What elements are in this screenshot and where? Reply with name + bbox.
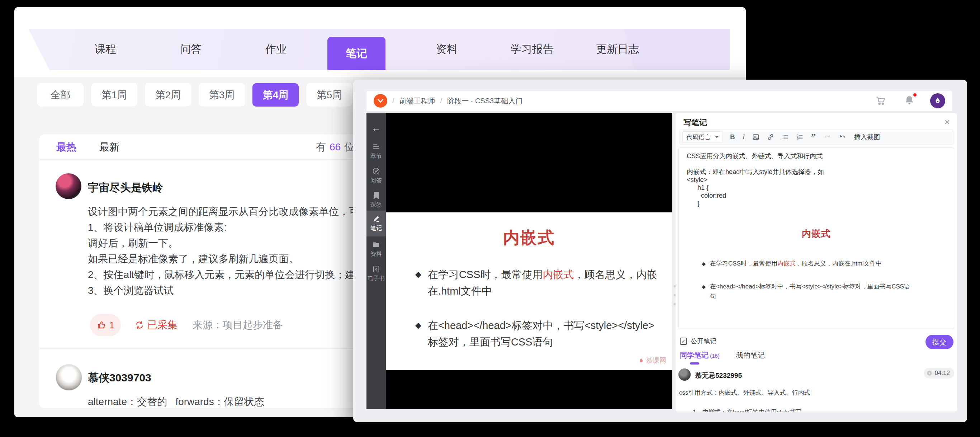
sidebar-item-notes[interactable]: 笔记 [366,211,386,236]
like-count: 1 [109,320,115,331]
notification-dot [913,93,916,97]
video-player[interactable]: 内嵌式 ◆ 在学习CSS时，最常使用内嵌式，顾名思义，内嵌在.html文件中 ◆… [386,113,672,409]
diamond-bullet-icon: ◆ [415,317,422,350]
course-nav-bar: 课程 问答 作业 笔记 资料 学习报告 更新日志 [28,29,730,70]
bookmark-icon [372,191,380,199]
sidebar-item-chapters[interactable]: 章节 [366,140,386,163]
slide-bullet-highlight: 内嵌式 [543,269,574,280]
user-avatar[interactable] [930,93,945,108]
player-top-bar: / 前端工程师 / 阶段一 · CSS3基础入门 [366,91,952,111]
slide-bullet-text: 在<head></head>标签对中，书写<style></style>标签对，… [428,317,659,350]
code-language-select[interactable]: 代码语言 [682,131,722,143]
note-actions-row: 1 已采集 来源：项目起步准备 [90,314,283,336]
player-sidebar: ← 章节 问答 课签 [366,113,386,409]
tab-my-notes[interactable]: 我的笔记 [736,351,765,360]
week-filter-5[interactable]: 第5周 [306,83,353,107]
tab-notes[interactable]: 笔记 [328,37,385,70]
italic-button[interactable]: I [743,133,745,141]
tab-course[interactable]: 课程 [72,29,140,70]
blockquote-icon[interactable]: ” [811,134,816,140]
notification-bell-icon[interactable] [904,95,916,107]
bold-button[interactable]: B [730,133,735,141]
tab-study-report[interactable]: 学习报告 [498,29,566,70]
diamond-bullet-icon: ◆ [702,259,706,269]
close-icon[interactable]: × [945,116,950,128]
breadcrumb-separator: / [392,97,395,105]
student-count-number: 66 [329,141,340,153]
editor-line: } [687,199,946,207]
student-note-line: 1、 [693,409,702,411]
note-panel: 写笔记 × 代码语言 B I [676,113,957,411]
editor-bullet: ◆ 在<head></head>标签对中，书写<style></style>标签… [687,282,946,302]
tab-classmates-label: 同学笔记 [680,351,708,359]
editor-line: h1 { [687,184,946,191]
diamond-bullet-icon: ◆ [415,266,422,299]
avatar[interactable] [678,368,690,381]
video-slide: 内嵌式 ◆ 在学习CSS时，最常使用内嵌式，顾名思义，内嵌在.html文件中 ◆… [386,212,672,370]
editor-bullet-highlight: 内嵌式 [777,260,796,267]
insert-link-icon[interactable] [767,134,774,140]
checkbox-checked-icon: ✓ [680,338,687,345]
note-timestamp-badge[interactable]: 04:12 [924,368,954,378]
undo-icon[interactable] [839,134,846,140]
insert-image-icon[interactable] [752,134,759,140]
note-author[interactable]: 宇宙尽头是铁岭 [88,180,163,195]
sort-hottest[interactable]: 最热 [56,140,76,154]
student-count-prefix: 有 [316,140,326,154]
student-note-author[interactable]: 慕无忌5232995 [695,371,742,380]
editor-bullet-text: 在<head></head>标签对中，书写<style></style>标签对，… [710,282,911,302]
week-filter-4[interactable]: 第4周 [253,83,299,107]
avatar[interactable] [56,173,81,199]
cart-icon[interactable] [875,95,887,107]
week-filter-1[interactable]: 第1周 [91,83,137,107]
editor-line [687,160,946,168]
imooc-watermark: 慕课网 [638,356,666,365]
ordered-list-icon[interactable] [796,134,803,140]
course-nav-tabs: 课程 问答 作业 笔记 资料 学习报告 更新日志 [28,29,669,70]
breadcrumb-level2[interactable]: 阶段一 · CSS3基础入门 [447,96,522,106]
sidebar-item-qa[interactable]: 问答 [366,164,386,187]
breadcrumb-level1[interactable]: 前端工程师 [399,96,435,106]
note-content-line: alternate：交替的 forwards：保留状态 [88,395,264,408]
note-editor[interactable]: CSS应用分为内嵌式、外链式、导入式和行内式 内嵌式：即在head中写入styl… [678,147,954,329]
note-author[interactable]: 慕侠3039703 [88,371,151,385]
slide-title: 内嵌式 [386,227,672,249]
student-note-bold: 内嵌式 [702,409,721,411]
student-note-content: css引用方式：内嵌式、外链式、导入式、行内式 1、内嵌式：在head标签内使用… [679,388,953,411]
week-filter-all[interactable]: 全部 [37,83,84,107]
back-arrow-icon[interactable]: ← [366,121,386,135]
imooc-logo-icon[interactable] [374,94,387,108]
tab-classmates-notes[interactable]: 同学笔记(16) [680,351,720,365]
ebook-icon: e [372,265,380,273]
tab-homework[interactable]: 作业 [242,29,310,70]
sidebar-item-label: 笔记 [371,225,382,232]
sync-icon [134,320,145,330]
redo-icon[interactable] [823,134,831,140]
diamond-bullet-icon: ◆ [702,282,706,302]
like-button[interactable]: 1 [90,314,121,336]
sidebar-item-bookmarks[interactable]: 课签 [366,189,386,212]
sidebar-item-materials[interactable]: 资料 [366,238,386,261]
public-note-checkbox[interactable]: ✓ 公开笔记 [680,337,716,346]
code-language-value: 代码语言 [686,133,711,141]
tab-classmates-count: (16) [710,353,720,359]
insert-screenshot-button[interactable]: 插入截图 [854,133,880,141]
collected-button[interactable]: 已采集 [134,318,178,332]
sidebar-item-ebook[interactable]: e 电子书 [366,262,386,285]
svg-text:e: e [375,267,377,271]
editor-line: 内嵌式：即在head中写入style并具体选择器，如 [687,168,946,176]
bullet-list-icon[interactable] [782,134,789,140]
sort-newest[interactable]: 最新 [99,140,119,154]
avatar[interactable] [56,364,82,391]
submit-button[interactable]: 提交 [926,335,953,349]
note-timestamp: 04:12 [934,370,950,377]
tab-materials[interactable]: 资料 [413,29,481,70]
pencil-icon [372,215,380,223]
student-note-line: ：在head标签内使用style书写 [721,409,802,411]
sidebar-item-label: 资料 [371,250,382,258]
tab-qa[interactable]: 问答 [157,29,225,70]
week-filter-3[interactable]: 第3周 [199,83,245,107]
week-filter-2[interactable]: 第2周 [145,83,191,107]
tab-changelog[interactable]: 更新日志 [584,29,652,70]
sidebar-item-label: 课签 [371,201,382,209]
